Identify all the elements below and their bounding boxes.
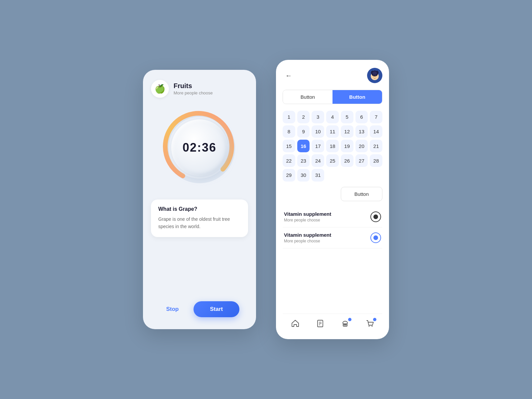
cal-day-3[interactable]: 3 — [312, 111, 324, 123]
bottom-nav — [283, 314, 382, 332]
cal-day-22[interactable]: 22 — [283, 154, 295, 167]
svg-point-4 — [373, 76, 374, 77]
nav-cart[interactable] — [366, 319, 374, 330]
timer-display: 02:36 — [183, 141, 216, 155]
cal-day-21[interactable]: 21 — [370, 140, 382, 152]
fruit-subtitle: More people choose — [174, 90, 213, 95]
cal-day-8[interactable]: 8 — [283, 125, 295, 138]
item-2-title: Vitamin supplement — [284, 232, 331, 238]
radio-icon-2[interactable] — [370, 232, 381, 243]
cal-day-13[interactable]: 13 — [355, 125, 368, 138]
cal-day-19[interactable]: 19 — [341, 140, 353, 152]
cal-day-15[interactable]: 15 — [283, 140, 295, 152]
fruit-icon: 🍏 — [151, 80, 169, 98]
right-header: ← — [283, 68, 382, 83]
chef-badge — [348, 318, 351, 321]
svg-point-5 — [375, 76, 376, 77]
home-icon — [291, 319, 300, 330]
tab-button-right[interactable]: Button — [332, 90, 382, 104]
cal-day-30[interactable]: 30 — [297, 169, 310, 182]
avatar-image — [368, 69, 381, 82]
timer-section: 02:36 — [160, 108, 239, 188]
info-answer: Grape is one of the oldest fruit tree sp… — [158, 215, 241, 230]
nav-chef[interactable] — [341, 319, 349, 330]
item-1-title: Vitamin supplement — [284, 211, 331, 217]
cal-day-14[interactable]: 14 — [370, 125, 382, 138]
calendar-grid: 1234567891011121314151617181920212223242… — [283, 111, 382, 182]
document-icon — [316, 319, 325, 330]
calendar-action-button[interactable]: Button — [341, 187, 382, 201]
cal-day-5[interactable]: 5 — [341, 111, 353, 123]
info-question: What is Grape? — [158, 206, 241, 212]
cal-day-20[interactable]: 20 — [355, 140, 368, 152]
cal-day-2[interactable]: 2 — [297, 111, 310, 123]
right-phone-card: ← Button Button 123456789101112131415161… — [276, 60, 389, 339]
cal-day-6[interactable]: 6 — [355, 111, 368, 123]
cal-day-11[interactable]: 11 — [326, 125, 339, 138]
cart-icon — [366, 319, 374, 330]
tab-button-left[interactable]: Button — [283, 90, 332, 104]
inner-circle: 02:36 — [171, 119, 228, 176]
cal-day-26[interactable]: 26 — [341, 154, 353, 167]
cal-day-9[interactable]: 9 — [297, 125, 310, 138]
svg-point-16 — [371, 326, 372, 327]
cal-day-12[interactable]: 12 — [341, 125, 353, 138]
cal-day-10[interactable]: 10 — [312, 125, 324, 138]
cal-day-31[interactable]: 31 — [312, 169, 324, 182]
left-phone-card: 🍏 Fruits More people choose 02:36 — [143, 70, 256, 329]
avatar — [367, 68, 382, 83]
cal-day-24[interactable]: 24 — [312, 154, 324, 167]
cal-day-16[interactable]: 16 — [297, 140, 310, 152]
cal-day-17[interactable]: 17 — [312, 140, 324, 152]
header-text: Fruits More people choose — [174, 82, 213, 95]
cart-badge — [373, 318, 376, 321]
nav-home[interactable] — [291, 319, 300, 330]
cal-day-27[interactable]: 27 — [355, 154, 368, 167]
radio-icon-1[interactable] — [370, 211, 381, 222]
cal-day-18[interactable]: 18 — [326, 140, 339, 152]
list-item-1: Vitamin supplement More people choose — [283, 206, 382, 227]
nav-document[interactable] — [316, 319, 325, 330]
cal-day-29[interactable]: 29 — [283, 169, 295, 182]
item-1-subtitle: More people choose — [284, 218, 331, 222]
cal-day-28[interactable]: 28 — [370, 154, 382, 167]
cal-day-25[interactable]: 25 — [326, 154, 339, 167]
cal-day-4[interactable]: 4 — [326, 111, 339, 123]
svg-point-3 — [372, 71, 377, 75]
svg-point-15 — [368, 326, 369, 327]
back-button[interactable]: ← — [283, 70, 295, 81]
item-2-subtitle: More people choose — [284, 239, 331, 243]
list-item-2: Vitamin supplement More people choose — [283, 227, 382, 248]
center-btn-wrap: Button — [283, 187, 382, 201]
info-card: What is Grape? Grape is one of the oldes… — [151, 200, 248, 237]
cal-day-1[interactable]: 1 — [283, 111, 295, 123]
cal-day-7[interactable]: 7 — [370, 111, 382, 123]
header-row: 🍏 Fruits More people choose — [151, 80, 248, 98]
tab-row: Button Button — [283, 90, 382, 104]
fruit-title: Fruits — [174, 82, 213, 90]
start-button[interactable]: Start — [194, 301, 240, 317]
cal-day-23[interactable]: 23 — [297, 154, 310, 167]
chef-icon — [341, 319, 349, 330]
action-row: Stop Start — [160, 301, 240, 317]
stop-button[interactable]: Stop — [160, 302, 186, 317]
